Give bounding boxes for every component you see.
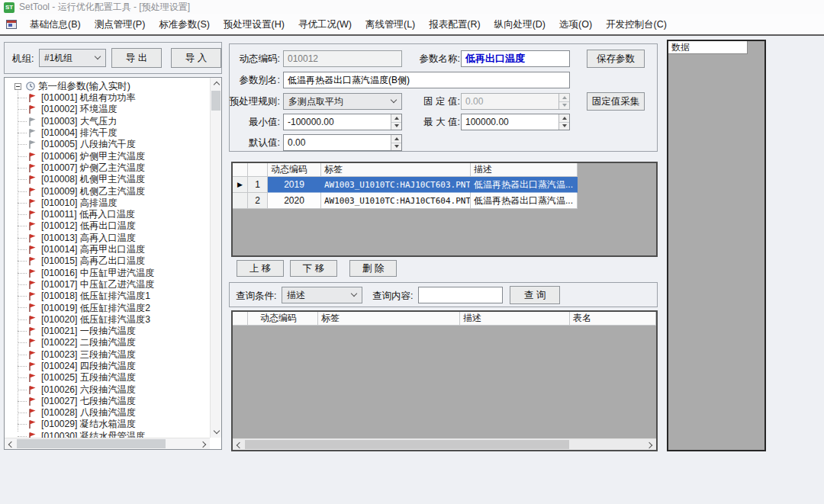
header-selector xyxy=(233,163,248,177)
tree-item[interactable]: [010018] 低压缸排汽温度1 xyxy=(5,291,210,302)
tree-horizontal-scrollbar[interactable] xyxy=(5,438,210,449)
tree-item[interactable]: [010011] 低再入口温度 xyxy=(5,209,210,220)
tree-item[interactable]: [010029] 凝结水箱温度 xyxy=(5,419,210,430)
menu-item[interactable]: 选项(O) xyxy=(552,15,599,34)
menu-item[interactable]: 预处理设置(H) xyxy=(217,15,291,34)
header-code[interactable]: 动态编码 xyxy=(268,163,321,177)
window-title: SetTool - 运行优化配置工具 - [预处理设置] xyxy=(19,1,190,14)
move-down-button[interactable]: 下 移 xyxy=(290,260,337,277)
move-up-button[interactable]: 上 移 xyxy=(237,260,284,277)
tree-item[interactable]: [010003] 大气压力 xyxy=(5,116,210,127)
spinner-up-icon xyxy=(559,94,569,102)
default-spinner[interactable]: 0.00 xyxy=(283,134,402,151)
delete-label: 删 除 xyxy=(362,262,384,275)
max-spinner[interactable]: 100000.00 xyxy=(461,114,570,130)
menu-item[interactable]: 基础信息(B) xyxy=(23,15,88,34)
export-button[interactable]: 导 出 xyxy=(111,48,162,68)
scroll-left-icon[interactable] xyxy=(233,439,244,451)
header-tag[interactable]: 标签 xyxy=(321,163,471,177)
tree-item[interactable]: [010022] 二段抽汽温度 xyxy=(5,337,210,348)
import-button[interactable]: 导 入 xyxy=(171,48,221,68)
tree-item[interactable]: [010002] 环境温度 xyxy=(5,104,210,115)
menu-item[interactable]: 寻优工况(W) xyxy=(291,15,359,34)
query-content-input[interactable] xyxy=(418,287,503,303)
tree-item[interactable]: [010023] 三段抽汽温度 xyxy=(5,349,210,361)
tree-item[interactable]: [010012] 低再出口温度 xyxy=(5,220,210,232)
spinner-down-icon[interactable] xyxy=(559,123,569,130)
menu-item[interactable]: 报表配置(R) xyxy=(422,15,487,34)
header-desc[interactable]: 描述 xyxy=(460,312,570,326)
spinner-up-icon[interactable] xyxy=(391,114,401,123)
tree-item[interactable]: [010006] 炉侧甲主汽温度 xyxy=(5,150,210,162)
tree-item[interactable]: [010025] 五段抽汽温度 xyxy=(5,372,210,384)
unit-select[interactable]: #1机组 xyxy=(39,49,106,67)
name-field[interactable] xyxy=(461,50,570,67)
fixed-capture-button[interactable]: 固定值采集 xyxy=(587,92,645,111)
scroll-right-icon[interactable] xyxy=(198,438,210,450)
header-rownum xyxy=(248,163,268,177)
menu-item[interactable]: 纵向处理(D) xyxy=(488,15,552,34)
collapse-icon[interactable] xyxy=(14,83,21,90)
row-number-cell: 2 xyxy=(248,193,268,209)
title-bar: ST SetTool - 运行优化配置工具 - [预处理设置] xyxy=(0,0,824,14)
tree-connector xyxy=(18,342,27,343)
table-row[interactable]: ▶ 1 2019 AW1003_U1010TC:HAJ10CT603.PNT 低… xyxy=(233,177,656,193)
tree-item[interactable]: [010027] 七段抽汽温度 xyxy=(5,396,210,407)
tree-item[interactable]: [010030] 凝结水母管温度 xyxy=(5,431,210,438)
menu-item[interactable]: 标准参数(S) xyxy=(152,15,217,34)
menu-item-label: 报表配置(R) xyxy=(429,18,480,31)
scroll-thumb[interactable] xyxy=(211,91,220,111)
tree-item[interactable]: [010015] 高再乙出口温度 xyxy=(5,255,210,267)
header-tag[interactable]: 标签 xyxy=(318,312,460,326)
tree-item[interactable]: [010026] 六段抽汽温度 xyxy=(5,384,210,395)
tree-item[interactable]: [010024] 四段抽汽温度 xyxy=(5,361,210,372)
delete-button[interactable]: 删 除 xyxy=(349,260,397,277)
scroll-thumb[interactable] xyxy=(245,440,569,449)
tree-item[interactable]: [010019] 低压缸排汽温度2 xyxy=(5,302,210,313)
spinner-up-icon[interactable] xyxy=(391,135,401,143)
spinner-down-icon[interactable] xyxy=(391,123,401,130)
menu-item[interactable]: 开发控制台(C) xyxy=(599,15,674,34)
rule-select[interactable]: 多测点取平均 xyxy=(283,93,402,110)
tree-root-node[interactable]: 第一组参数(输入实时) xyxy=(5,80,210,92)
mdi-child-icon[interactable] xyxy=(6,20,17,29)
tree-item[interactable]: [010017] 中压缸乙进汽温度 xyxy=(5,279,210,291)
header-tablename[interactable]: 表名 xyxy=(570,312,656,326)
tree-item[interactable]: [010028] 八段抽汽温度 xyxy=(5,407,210,419)
tree-item[interactable]: [010014] 高再甲出口温度 xyxy=(5,244,210,255)
table-row[interactable]: 2 2020 AW1003_U1010TC:HAJ10CT604.PNT 低温再… xyxy=(233,193,656,209)
tree-item[interactable]: [010009] 机侧乙主汽温度 xyxy=(5,185,210,197)
header-code[interactable]: 动态编码 xyxy=(248,312,318,326)
scroll-thumb[interactable] xyxy=(17,439,166,448)
tree-item[interactable]: [010020] 低压缸排汽温度3 xyxy=(5,314,210,326)
save-params-button[interactable]: 保存参数 xyxy=(587,50,645,68)
tree-item[interactable]: [010013] 高再入口温度 xyxy=(5,233,210,244)
menu-item[interactable]: 测点管理(P) xyxy=(88,15,153,34)
menu-item[interactable]: 离线管理(L) xyxy=(359,15,422,34)
tree-vertical-scrollbar[interactable] xyxy=(210,78,221,438)
tree-connector xyxy=(18,191,27,192)
tree-item[interactable]: [010021] 一段抽汽温度 xyxy=(5,326,210,337)
alias-field[interactable] xyxy=(283,72,570,88)
tree-item[interactable]: [010001] 机组有功功率 xyxy=(5,92,210,104)
scroll-up-icon[interactable] xyxy=(211,78,222,89)
scroll-right-icon[interactable] xyxy=(645,439,656,451)
header-desc[interactable]: 描述 xyxy=(471,163,578,177)
tree-item[interactable]: [010016] 中压缸甲进汽温度 xyxy=(5,267,210,278)
tree-item[interactable]: [010005] 八段抽汽干度 xyxy=(5,139,210,150)
query-condition-select[interactable]: 描述 xyxy=(282,287,362,303)
result-horizontal-scrollbar[interactable] xyxy=(233,438,656,450)
min-spinner[interactable]: -100000.00 xyxy=(283,114,402,130)
clock-icon xyxy=(25,81,36,91)
search-button[interactable]: 查 询 xyxy=(510,286,560,304)
tree-item[interactable]: [010004] 排汽干度 xyxy=(5,127,210,139)
scroll-down-icon[interactable] xyxy=(211,426,222,438)
tree-item[interactable]: [010010] 高排温度 xyxy=(5,197,210,209)
tree-item[interactable]: [010008] 机侧甲主汽温度 xyxy=(5,174,210,185)
flag-icon xyxy=(27,396,37,406)
spinner-down-icon[interactable] xyxy=(391,143,401,151)
default-label: 默认值: xyxy=(231,136,280,149)
spinner-up-icon[interactable] xyxy=(559,114,569,123)
scroll-left-icon[interactable] xyxy=(5,438,16,450)
tree-item[interactable]: [010007] 炉侧乙主汽温度 xyxy=(5,162,210,174)
